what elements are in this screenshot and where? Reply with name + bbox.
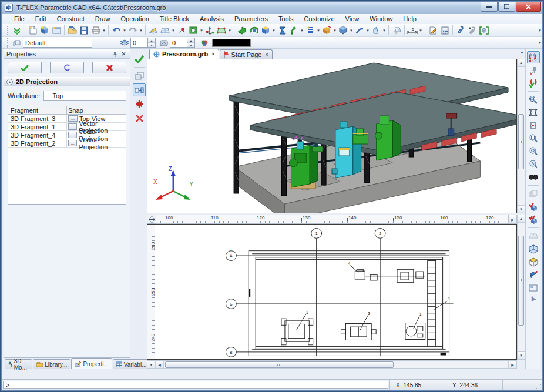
fit-selection-icon[interactable] [527, 119, 540, 132]
color-palette-icon[interactable] [199, 37, 210, 48]
horizontal-scrollbar[interactable]: ▼ ◀ ▶ [147, 360, 517, 369]
fillet-icon[interactable] [337, 25, 349, 36]
drawing-canvas[interactable]: 1 2 А Б В 4 1 1 3 1 [155, 225, 516, 359]
tab-start-page[interactable]: Start Page × [220, 49, 273, 59]
helix-icon[interactable] [304, 25, 316, 36]
sketch-icon[interactable] [147, 25, 159, 36]
menu-parameters[interactable]: Parameters [229, 14, 273, 24]
toolbar-grip[interactable] [7, 26, 9, 35]
properties-panel-header[interactable]: Properties [4, 49, 130, 59]
workplane-points-icon[interactable] [216, 25, 227, 36]
3d-node-icon[interactable] [204, 25, 216, 36]
level-spinner[interactable]: ▲▼ [187, 38, 195, 48]
undo-dropdown[interactable]: ▼ [122, 25, 127, 36]
section-2d-projection[interactable]: ▲ 2D Projection [4, 77, 130, 86]
tabs-overflow-icon[interactable]: ▼ [520, 51, 524, 55]
title-bar[interactable]: T-FLEX Parametric CAD x64- C:\test\Press… [2, 2, 542, 14]
2d-viewport[interactable]: 260 250 240 [147, 224, 517, 360]
scroll-up-icon[interactable]: ▲ [518, 215, 525, 223]
ruler-scroll-right-icon[interactable]: ▶ [509, 215, 517, 224]
select-parent-icon[interactable] [133, 83, 146, 96]
fillet-dropdown[interactable]: ▼ [349, 25, 354, 36]
scroll-down-icon[interactable]: ▼ [518, 205, 525, 213]
minimize-button[interactable] [481, 2, 498, 12]
level-input[interactable]: 0 [170, 38, 187, 48]
new-document-icon[interactable] [27, 25, 39, 36]
projection-parameters-icon[interactable] [133, 69, 146, 82]
layers-icon[interactable] [119, 37, 130, 48]
menu-tools[interactable]: Tools [273, 14, 299, 24]
menu-window[interactable]: Window [364, 14, 398, 24]
check-document-icon[interactable] [527, 200, 540, 213]
assembly-structure-icon[interactable] [478, 25, 490, 36]
workplane-icon[interactable] [159, 25, 171, 36]
snap-accept-icon[interactable] [527, 77, 540, 89]
menu-customize[interactable]: Customize [299, 14, 340, 24]
page-selector[interactable]: Default [23, 38, 92, 48]
redo-icon[interactable] [127, 25, 139, 36]
wireframe-view-icon[interactable] [527, 243, 540, 255]
2d-view-scrollbar[interactable]: ▲ ▼ [517, 215, 525, 360]
table-row[interactable]: 3D Fragment_2 ...Vector Projection [8, 139, 126, 148]
finish-all-icon[interactable] [11, 25, 23, 36]
3d-view-scrollbar[interactable]: ▲ ▼ [517, 59, 525, 213]
new-from-template-icon[interactable] [51, 25, 62, 36]
menu-analysis[interactable]: Analysis [194, 14, 229, 24]
workplane-view-icon[interactable] [527, 230, 540, 242]
menu-construct[interactable]: Construct [52, 14, 90, 24]
workplane-dropdown[interactable]: ▼ [171, 25, 176, 36]
check-solid-icon[interactable] [391, 25, 402, 36]
chamfer-icon[interactable] [370, 25, 382, 36]
toolbar-resize-grip[interactable]: ▐▶ [530, 297, 536, 301]
rotate-body-dropdown[interactable]: ▼ [333, 25, 337, 36]
scroll-right-icon[interactable]: ▶ [508, 361, 516, 368]
collapse-icon[interactable]: ▲ [6, 79, 13, 85]
menu-view[interactable]: View [340, 14, 365, 24]
toolbar-overflow[interactable]: ▼ [538, 25, 542, 36]
layers-dialog-icon[interactable] [527, 187, 540, 200]
cancel-command-icon[interactable] [133, 112, 146, 125]
chamfer-dropdown[interactable]: ▼ [382, 25, 387, 36]
options-icon[interactable] [133, 98, 146, 110]
vruler-scroll-down-icon[interactable]: ▼ [147, 361, 156, 368]
spline-body-dropdown[interactable]: ▼ [365, 25, 370, 36]
ruler-origin-icon[interactable] [147, 215, 156, 224]
profile-icon[interactable] [187, 25, 199, 36]
menu-operation[interactable]: Operation [115, 14, 154, 24]
tab-3d-model[interactable]: 3D Mo... [5, 359, 32, 369]
external-links-icon[interactable] [466, 25, 478, 36]
new-3d-model-icon[interactable] [39, 25, 51, 36]
3d-viewport[interactable]: X Y Z [147, 59, 517, 213]
open-icon[interactable] [66, 25, 78, 36]
hide-elements-icon[interactable] [527, 171, 540, 183]
spline-body-icon[interactable] [354, 25, 365, 36]
calculator-icon[interactable] [439, 25, 451, 36]
extrusion-icon[interactable] [236, 25, 248, 36]
menu-title-block[interactable]: Title Block [155, 14, 194, 24]
snap-pin-icon[interactable] [527, 64, 540, 76]
command-prompt[interactable]: > [3, 381, 388, 389]
zoom-all-icon[interactable] [527, 145, 540, 158]
maximize-button[interactable] [498, 2, 515, 12]
boolean-icon[interactable] [260, 25, 271, 36]
blend-icon[interactable] [276, 25, 288, 36]
measure-dropdown[interactable]: ▼ [418, 25, 423, 36]
measure-icon[interactable]: 5 [407, 25, 418, 36]
redo-dropdown[interactable]: ▼ [139, 25, 143, 36]
attach-file-icon[interactable] [455, 25, 466, 36]
current-color-swatch[interactable] [212, 39, 251, 47]
scroll-down-icon[interactable]: ▼ [518, 351, 525, 359]
tab-close-icon[interactable]: × [211, 51, 214, 57]
sweep-icon[interactable] [288, 25, 300, 36]
ok-icon[interactable] [133, 52, 146, 65]
rotate-body-icon[interactable] [321, 25, 333, 36]
tab-properties[interactable]: Properti... [71, 358, 112, 369]
recalculate-icon[interactable] [527, 213, 540, 226]
toolbar2-grip[interactable] [7, 38, 9, 48]
level-icon[interactable] [158, 37, 170, 48]
browse-button[interactable]: ... [68, 140, 77, 146]
pin-icon[interactable] [111, 50, 119, 58]
helix-dropdown[interactable]: ▼ [316, 25, 321, 36]
fit-page-icon[interactable] [527, 106, 540, 119]
current-page-icon[interactable] [11, 37, 23, 48]
